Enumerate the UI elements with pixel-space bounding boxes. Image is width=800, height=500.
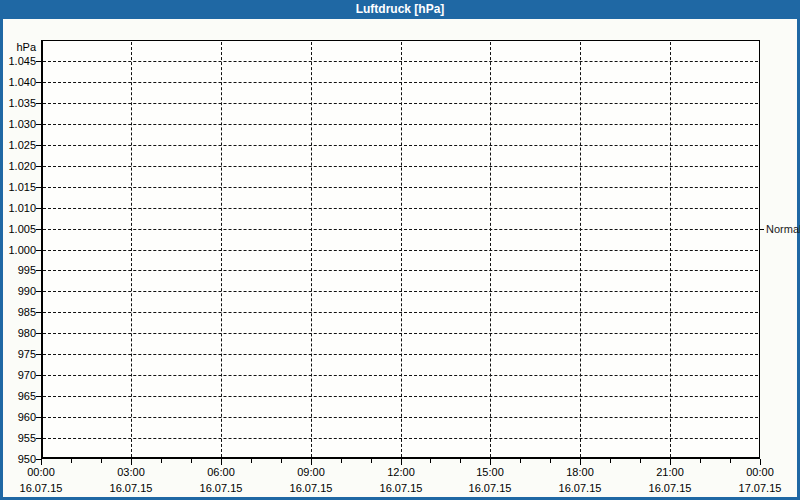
x-axis-minor-tick [640,459,641,463]
y-tick-label: 995 [0,264,36,276]
y-tick-label: 985 [0,306,36,318]
y-tick-label: 1.040 [0,76,36,88]
x-axis-minor-tick [610,459,611,463]
y-tick-label: 955 [0,432,36,444]
y-tick-label: 1.035 [0,97,36,109]
x-time-label: 18:00 [549,466,611,478]
v-gridline [311,42,312,457]
y-tick-label: 980 [0,327,36,339]
x-axis-minor-tick [430,459,431,463]
y-axis-tick [36,250,41,251]
y-axis-tick [36,354,41,355]
x-axis-major-tick [131,459,132,465]
x-axis-minor-tick [730,459,731,463]
x-axis-major-tick [221,459,222,465]
x-axis-major-tick [490,459,491,465]
x-axis-minor-tick [550,459,551,463]
v-gridline [490,42,491,457]
x-axis-minor-tick [700,459,701,463]
x-time-label: 21:00 [639,466,701,478]
x-axis-major-tick [760,459,761,465]
y-axis-tick [36,396,41,397]
y-axis-tick [36,291,41,292]
y-axis-tick [36,417,41,418]
x-axis-minor-tick [281,459,282,463]
y-tick-label: 965 [0,390,36,402]
x-axis-major-tick [670,459,671,465]
y-axis-tick [36,124,41,125]
y-tick-label: 1.020 [0,160,36,172]
x-axis-major-tick [401,459,402,465]
x-axis-minor-tick [101,459,102,463]
y-axis-tick [36,270,41,271]
x-axis-major-tick [311,459,312,465]
x-axis-minor-tick [371,459,372,463]
y-tick-label: 950 [0,453,36,465]
x-axis-minor-tick [460,459,461,463]
x-time-label: 09:00 [280,466,342,478]
x-axis-minor-tick [191,459,192,463]
x-time-label: 03:00 [100,466,162,478]
y-axis-tick [36,103,41,104]
x-date-label: 16.07.15 [639,482,701,494]
y-tick-label: 1.030 [0,118,36,130]
x-axis-minor-tick [341,459,342,463]
x-axis-minor-tick [251,459,252,463]
y-axis-unit-label: hPa [0,41,36,53]
x-time-label: 00:00 [729,466,791,478]
x-axis-minor-tick [520,459,521,463]
y-tick-label: 1.045 [0,55,36,67]
normal-label: Normal [766,223,800,235]
y-tick-label: 1.010 [0,202,36,214]
chart-title: Luftdruck [hPa] [356,2,445,16]
x-axis-major-tick [41,459,42,465]
y-tick-label: 990 [0,285,36,297]
y-axis-tick [36,375,41,376]
title-bar: Luftdruck [hPa] [0,0,800,19]
x-date-label: 16.07.15 [549,482,611,494]
v-gridline [401,42,402,457]
y-axis-tick [36,333,41,334]
x-date-label: 16.07.15 [100,482,162,494]
x-date-label: 16.07.15 [370,482,432,494]
x-time-label: 06:00 [190,466,252,478]
y-axis-tick [36,187,41,188]
y-axis-tick [36,438,41,439]
y-tick-label: 1.005 [0,223,36,235]
y-tick-label: 1.000 [0,244,36,256]
y-tick-label: 975 [0,348,36,360]
x-date-label: 16.07.15 [10,482,72,494]
y-axis-tick [36,82,41,83]
window-border-left [0,19,3,500]
x-axis-minor-tick [71,459,72,463]
y-axis-tick [36,166,41,167]
x-date-label: 16.07.15 [459,482,521,494]
normal-tick [760,229,764,230]
v-gridline [670,42,671,457]
y-axis-tick [36,145,41,146]
x-time-label: 00:00 [10,466,72,478]
x-time-label: 15:00 [459,466,521,478]
x-axis-major-tick [580,459,581,465]
x-axis-minor-tick [161,459,162,463]
y-tick-label: 1.025 [0,139,36,151]
y-axis-tick [36,229,41,230]
y-tick-label: 970 [0,369,36,381]
v-gridline [131,42,132,457]
y-axis-tick [36,61,41,62]
v-gridline [580,42,581,457]
chart-window: Luftdruck [hPa] hPa 1.0451.0401.0351.030… [0,0,800,500]
x-date-label: 17.07.15 [729,482,791,494]
x-date-label: 16.07.15 [190,482,252,494]
y-axis-tick [36,208,41,209]
y-tick-label: 960 [0,411,36,423]
y-tick-label: 1.015 [0,181,36,193]
x-date-label: 16.07.15 [280,482,342,494]
x-time-label: 12:00 [370,466,432,478]
v-gridline [221,42,222,457]
y-axis-tick [36,312,41,313]
